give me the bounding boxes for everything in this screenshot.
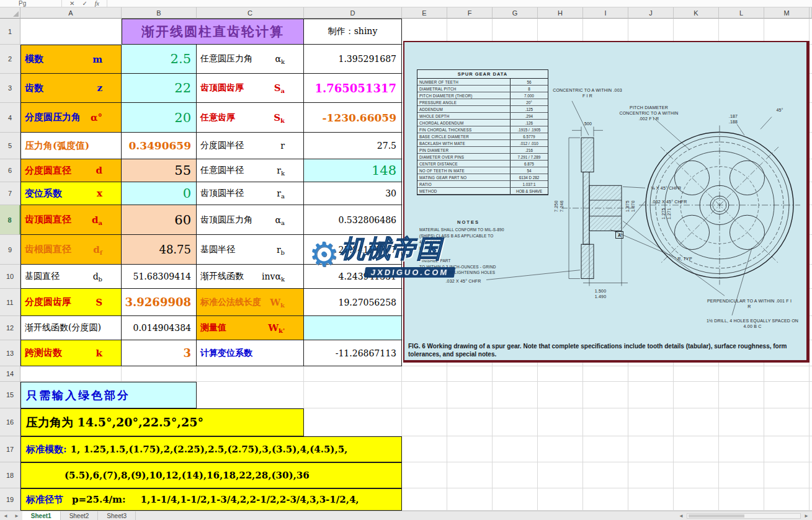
row-header-2[interactable]: 2 xyxy=(0,45,20,74)
cell-c12[interactable]: 测量值 Wk' xyxy=(197,316,304,340)
col-header-J[interactable]: J xyxy=(628,7,674,19)
cell-b5[interactable]: 0.3490659 xyxy=(122,133,197,159)
empty-cells[interactable] xyxy=(402,436,812,462)
tab-nav-right-icon[interactable]: ► xyxy=(11,511,22,520)
col-header-H[interactable]: H xyxy=(538,7,583,19)
cell-c4[interactable]: 任意齿厚 Sk xyxy=(197,103,304,133)
name-box[interactable]: Pg xyxy=(0,0,62,7)
cell-b7[interactable]: 0 xyxy=(122,182,197,205)
cell-b3[interactable]: 22 xyxy=(122,74,197,103)
col-header-E[interactable]: E xyxy=(402,7,447,19)
cell-a7[interactable]: 变位系数 x xyxy=(20,182,122,205)
hint-green-input[interactable]: 只需输入绿色部分 xyxy=(20,382,197,408)
col-header-K[interactable]: K xyxy=(674,7,719,19)
scrollbar-track[interactable] xyxy=(687,513,801,519)
cell-d5[interactable]: 27.5 xyxy=(304,133,402,159)
cell-d7[interactable]: 30 xyxy=(304,182,402,205)
row-header-15[interactable]: 15 xyxy=(0,382,20,408)
cell-c13[interactable]: 计算变位系数 xyxy=(197,340,304,366)
scrollbar-thumb[interactable] xyxy=(689,514,744,518)
row-header-13[interactable]: 13 xyxy=(0,340,20,366)
row-header-14[interactable]: 14 xyxy=(0,366,20,382)
cell-a8[interactable]: 齿顶圆直径 da xyxy=(20,205,122,235)
cell-c2[interactable]: 任意圆压力角 αk xyxy=(197,45,304,74)
standard-modules-note-2[interactable]: (5.5),6,(7),8,(9),10,12,(14),16,18,22,28… xyxy=(20,462,402,488)
cell-c10[interactable]: 渐开线函数 invαk xyxy=(197,265,304,289)
cell-d14[interactable] xyxy=(304,366,402,382)
cell-d6[interactable]: 148 xyxy=(304,159,402,182)
cell-c11[interactable]: 标准公法线长度 Wk xyxy=(197,289,304,316)
cell-a6[interactable]: 分度圆直径 d xyxy=(20,159,122,182)
cell-b13[interactable]: 3 xyxy=(122,340,197,366)
cell-b9[interactable]: 48.75 xyxy=(122,235,197,265)
cell-a3[interactable]: 齿数 z xyxy=(20,74,122,103)
cell-c3[interactable]: 齿顶圆齿厚 Sa xyxy=(197,74,304,103)
col-header-B[interactable]: B xyxy=(122,7,197,19)
row-header-10[interactable]: 10 xyxy=(0,265,20,289)
row-header-19[interactable]: 19 xyxy=(0,488,20,511)
cell-b6[interactable]: 55 xyxy=(122,159,197,182)
cell-d4[interactable]: -1230.66059 xyxy=(304,103,402,133)
col-header-D[interactable]: D xyxy=(304,7,402,19)
row-header-6[interactable]: 6 xyxy=(0,159,20,182)
cell-c14[interactable] xyxy=(197,366,304,382)
row-header-7[interactable]: 7 xyxy=(0,182,20,205)
cell-d2[interactable]: 1.395291687 xyxy=(304,45,402,74)
cell-a10[interactable]: 基圆直径 db xyxy=(20,265,122,289)
cell-b14[interactable] xyxy=(122,366,197,382)
cell-c6[interactable]: 任意圆半径 rk xyxy=(197,159,304,182)
confirm-icon[interactable]: ✓ xyxy=(82,0,87,7)
sheet-title[interactable]: 渐开线圆柱直齿轮计算 xyxy=(122,19,304,45)
cell-c7[interactable]: 齿顶圆半径 ra xyxy=(197,182,304,205)
maker-cell[interactable]: 制作：shiny xyxy=(304,19,402,45)
cell-c15[interactable] xyxy=(197,382,304,408)
horizontal-scrollbar[interactable]: ◄ ► xyxy=(676,511,812,520)
col-header-C[interactable]: C xyxy=(197,7,304,19)
cell-a5[interactable]: 压力角(弧度值) xyxy=(20,133,122,159)
col-header-F[interactable]: F xyxy=(447,7,493,19)
cell-a13[interactable]: 跨测齿数 k xyxy=(20,340,122,366)
row-header-17[interactable]: 17 xyxy=(0,436,20,462)
row-header-16[interactable]: 16 xyxy=(0,408,20,436)
tab-sheet2[interactable]: Sheet2 xyxy=(61,511,99,520)
spur-gear-figure[interactable]: SPUR GEAR DATA NUMBER OF TEETH 56 DIAMET… xyxy=(403,41,810,363)
row-header-3[interactable]: 3 xyxy=(0,74,20,103)
cell-a12[interactable]: 渐开线函数(分度圆) xyxy=(20,316,122,340)
cell-d11[interactable]: 19.27056258 xyxy=(304,289,402,316)
empty-cells[interactable] xyxy=(402,488,812,511)
scroll-right-icon[interactable]: ► xyxy=(801,513,812,519)
cancel-icon[interactable]: ✕ xyxy=(69,0,74,7)
row-header-4[interactable]: 4 xyxy=(0,103,20,133)
cell-b11[interactable]: 3.9269908 xyxy=(122,289,197,316)
cell-c8[interactable]: 齿顶圆压力角 αa xyxy=(197,205,304,235)
empty-cells[interactable] xyxy=(402,462,812,488)
cell-a14[interactable] xyxy=(20,366,122,382)
cell-d3[interactable]: 1.765051317 xyxy=(304,74,402,103)
row-header-11[interactable]: 11 xyxy=(0,289,20,316)
cell-c5[interactable]: 分度圆半径 r xyxy=(197,133,304,159)
cell-b8[interactable]: 60 xyxy=(122,205,197,235)
tab-sheet1[interactable]: Sheet1 xyxy=(22,511,61,520)
empty-cells[interactable] xyxy=(402,382,812,408)
cell-b12[interactable]: 0.014904384 xyxy=(122,316,197,340)
cell-d12[interactable] xyxy=(304,316,402,340)
diametral-pitch-note[interactable]: 标准径节 p=25.4/m: 1,1-1/4,1-1/2,1-3/4,2,2-1… xyxy=(20,488,402,511)
row-header-18[interactable]: 18 xyxy=(0,462,20,488)
cell-a1[interactable] xyxy=(20,19,122,45)
row-header-5[interactable]: 5 xyxy=(0,133,20,159)
cell-c9[interactable]: 基圆半径 rb xyxy=(197,235,304,265)
cell-a4[interactable]: 分度圆压力角 α° xyxy=(20,103,122,133)
col-header-M[interactable]: M xyxy=(764,7,810,19)
row-header-1[interactable]: 1 xyxy=(0,19,20,45)
cell-a9[interactable]: 齿根圆直径 df xyxy=(20,235,122,265)
cell-d13[interactable]: -11.26867113 xyxy=(304,340,402,366)
row-header-8-selected[interactable]: 8 xyxy=(0,205,20,235)
tab-nav-left-icon[interactable]: ◄ xyxy=(0,511,11,520)
cell-d16[interactable] xyxy=(304,408,402,436)
row-header-9[interactable]: 9 xyxy=(0,235,20,265)
standard-modules-note[interactable]: 标准模数: 1, 1.25,1.5,(1.75),2,(2.25),2.5,(2… xyxy=(20,436,402,462)
cell-b10[interactable]: 51.68309414 xyxy=(122,265,197,289)
cell-b2[interactable]: 2.5 xyxy=(122,45,197,74)
tab-sheet3[interactable]: Sheet3 xyxy=(98,511,136,520)
cell-a2[interactable]: 模数 m xyxy=(20,45,122,74)
